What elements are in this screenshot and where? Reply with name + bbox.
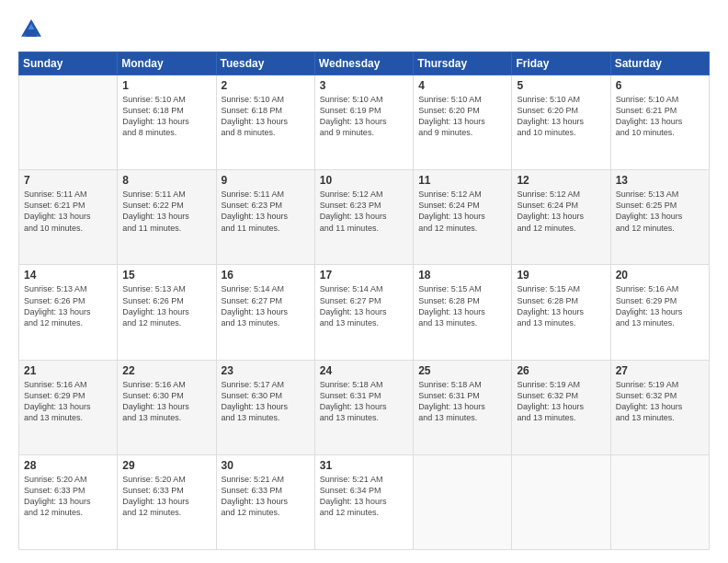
- day-info: Sunrise: 5:13 AM Sunset: 6:26 PM Dayligh…: [24, 283, 112, 328]
- day-info: Sunrise: 5:14 AM Sunset: 6:27 PM Dayligh…: [222, 283, 310, 328]
- day-info: Sunrise: 5:11 AM Sunset: 6:22 PM Dayligh…: [122, 189, 210, 234]
- logo-icon: [18, 17, 44, 42]
- day-info: Sunrise: 5:18 AM Sunset: 6:31 PM Dayligh…: [320, 379, 408, 424]
- day-info: Sunrise: 5:12 AM Sunset: 6:24 PM Dayligh…: [418, 189, 506, 234]
- calendar-cell: 16Sunrise: 5:14 AM Sunset: 6:27 PM Dayli…: [216, 265, 314, 360]
- day-info: Sunrise: 5:16 AM Sunset: 6:30 PM Dayligh…: [122, 379, 210, 424]
- calendar-cell: 2Sunrise: 5:10 AM Sunset: 6:18 PM Daylig…: [216, 75, 314, 170]
- calendar-cell: [414, 454, 512, 549]
- page: SundayMondayTuesdayWednesdayThursdayFrid…: [0, 0, 728, 563]
- calendar-cell: 24Sunrise: 5:18 AM Sunset: 6:31 PM Dayli…: [314, 360, 413, 454]
- calendar-cell: 22Sunrise: 5:16 AM Sunset: 6:30 PM Dayli…: [118, 360, 216, 454]
- day-info: Sunrise: 5:10 AM Sunset: 6:19 PM Dayligh…: [320, 94, 408, 139]
- day-number: 12: [517, 174, 605, 187]
- day-number: 13: [616, 174, 704, 187]
- calendar-week-row: 28Sunrise: 5:20 AM Sunset: 6:33 PM Dayli…: [19, 454, 710, 549]
- calendar-cell: 20Sunrise: 5:16 AM Sunset: 6:29 PM Dayli…: [610, 265, 709, 360]
- day-info: Sunrise: 5:17 AM Sunset: 6:30 PM Dayligh…: [222, 379, 310, 424]
- day-info: Sunrise: 5:21 AM Sunset: 6:34 PM Dayligh…: [320, 474, 408, 519]
- day-info: Sunrise: 5:18 AM Sunset: 6:31 PM Dayligh…: [418, 379, 506, 424]
- calendar-cell: 23Sunrise: 5:17 AM Sunset: 6:30 PM Dayli…: [216, 360, 314, 454]
- day-number: 16: [222, 269, 310, 282]
- day-number: 29: [122, 459, 210, 472]
- day-info: Sunrise: 5:14 AM Sunset: 6:27 PM Dayligh…: [320, 283, 408, 328]
- calendar-cell: [610, 454, 709, 549]
- calendar-cell: 17Sunrise: 5:14 AM Sunset: 6:27 PM Dayli…: [314, 265, 413, 360]
- calendar-cell: 28Sunrise: 5:20 AM Sunset: 6:33 PM Dayli…: [19, 454, 118, 549]
- calendar-cell: 31Sunrise: 5:21 AM Sunset: 6:34 PM Dayli…: [314, 454, 413, 549]
- day-number: 19: [517, 269, 605, 282]
- svg-rect-2: [26, 29, 37, 37]
- weekday-header-sunday: Sunday: [19, 52, 118, 75]
- day-number: 2: [222, 79, 310, 92]
- calendar-cell: 1Sunrise: 5:10 AM Sunset: 6:18 PM Daylig…: [118, 75, 216, 170]
- day-info: Sunrise: 5:19 AM Sunset: 6:32 PM Dayligh…: [517, 379, 605, 424]
- day-number: 21: [24, 364, 112, 377]
- day-number: 8: [122, 174, 210, 187]
- day-number: 3: [320, 79, 408, 92]
- day-number: 31: [320, 459, 408, 472]
- calendar-cell: 4Sunrise: 5:10 AM Sunset: 6:20 PM Daylig…: [414, 75, 512, 170]
- calendar-cell: 11Sunrise: 5:12 AM Sunset: 6:24 PM Dayli…: [414, 170, 512, 265]
- day-number: 18: [418, 269, 506, 282]
- day-info: Sunrise: 5:11 AM Sunset: 6:23 PM Dayligh…: [222, 189, 310, 234]
- weekday-header-friday: Friday: [512, 52, 610, 75]
- calendar-cell: 19Sunrise: 5:15 AM Sunset: 6:28 PM Dayli…: [512, 265, 610, 360]
- calendar-cell: 26Sunrise: 5:19 AM Sunset: 6:32 PM Dayli…: [512, 360, 610, 454]
- calendar-cell: [19, 75, 118, 170]
- calendar-cell: 8Sunrise: 5:11 AM Sunset: 6:22 PM Daylig…: [118, 170, 216, 265]
- day-number: 4: [418, 79, 506, 92]
- day-number: 28: [24, 459, 112, 472]
- calendar-cell: 14Sunrise: 5:13 AM Sunset: 6:26 PM Dayli…: [19, 265, 118, 360]
- calendar-week-row: 21Sunrise: 5:16 AM Sunset: 6:29 PM Dayli…: [19, 360, 710, 454]
- day-number: 7: [24, 174, 112, 187]
- calendar-header: SundayMondayTuesdayWednesdayThursdayFrid…: [19, 52, 710, 75]
- day-number: 20: [616, 269, 704, 282]
- day-info: Sunrise: 5:10 AM Sunset: 6:18 PM Dayligh…: [122, 94, 210, 139]
- calendar-cell: 21Sunrise: 5:16 AM Sunset: 6:29 PM Dayli…: [19, 360, 118, 454]
- day-number: 17: [320, 269, 408, 282]
- day-info: Sunrise: 5:13 AM Sunset: 6:26 PM Dayligh…: [122, 283, 210, 328]
- calendar-body: 1Sunrise: 5:10 AM Sunset: 6:18 PM Daylig…: [19, 75, 710, 550]
- calendar-table: SundayMondayTuesdayWednesdayThursdayFrid…: [18, 52, 710, 550]
- day-number: 1: [122, 79, 210, 92]
- day-number: 27: [616, 364, 704, 377]
- calendar-cell: [512, 454, 610, 549]
- calendar-cell: 29Sunrise: 5:20 AM Sunset: 6:33 PM Dayli…: [118, 454, 216, 549]
- day-info: Sunrise: 5:10 AM Sunset: 6:20 PM Dayligh…: [517, 94, 605, 139]
- day-number: 25: [418, 364, 506, 377]
- day-number: 22: [122, 364, 210, 377]
- day-info: Sunrise: 5:15 AM Sunset: 6:28 PM Dayligh…: [418, 283, 506, 328]
- day-info: Sunrise: 5:16 AM Sunset: 6:29 PM Dayligh…: [24, 379, 112, 424]
- calendar-cell: 15Sunrise: 5:13 AM Sunset: 6:26 PM Dayli…: [118, 265, 216, 360]
- day-info: Sunrise: 5:20 AM Sunset: 6:33 PM Dayligh…: [24, 474, 112, 519]
- calendar-cell: 12Sunrise: 5:12 AM Sunset: 6:24 PM Dayli…: [512, 170, 610, 265]
- day-number: 23: [222, 364, 310, 377]
- weekday-header-tuesday: Tuesday: [216, 52, 314, 75]
- day-number: 6: [616, 79, 704, 92]
- calendar-cell: 13Sunrise: 5:13 AM Sunset: 6:25 PM Dayli…: [610, 170, 709, 265]
- calendar-cell: 6Sunrise: 5:10 AM Sunset: 6:21 PM Daylig…: [610, 75, 709, 170]
- calendar-cell: 5Sunrise: 5:10 AM Sunset: 6:20 PM Daylig…: [512, 75, 610, 170]
- day-number: 15: [122, 269, 210, 282]
- calendar-cell: 7Sunrise: 5:11 AM Sunset: 6:21 PM Daylig…: [19, 170, 118, 265]
- day-info: Sunrise: 5:19 AM Sunset: 6:32 PM Dayligh…: [616, 379, 704, 424]
- weekday-header-thursday: Thursday: [414, 52, 512, 75]
- calendar-cell: 3Sunrise: 5:10 AM Sunset: 6:19 PM Daylig…: [314, 75, 413, 170]
- weekday-header-wednesday: Wednesday: [314, 52, 413, 75]
- weekday-header-saturday: Saturday: [610, 52, 709, 75]
- day-number: 9: [222, 174, 310, 187]
- header: [18, 17, 710, 42]
- day-info: Sunrise: 5:11 AM Sunset: 6:21 PM Dayligh…: [24, 189, 112, 234]
- weekday-header-row: SundayMondayTuesdayWednesdayThursdayFrid…: [19, 52, 710, 75]
- day-number: 5: [517, 79, 605, 92]
- day-number: 30: [222, 459, 310, 472]
- day-info: Sunrise: 5:20 AM Sunset: 6:33 PM Dayligh…: [122, 474, 210, 519]
- calendar-cell: 18Sunrise: 5:15 AM Sunset: 6:28 PM Dayli…: [414, 265, 512, 360]
- calendar-cell: 10Sunrise: 5:12 AM Sunset: 6:23 PM Dayli…: [314, 170, 413, 265]
- calendar-cell: 27Sunrise: 5:19 AM Sunset: 6:32 PM Dayli…: [610, 360, 709, 454]
- day-number: 24: [320, 364, 408, 377]
- day-info: Sunrise: 5:15 AM Sunset: 6:28 PM Dayligh…: [517, 283, 605, 328]
- day-number: 26: [517, 364, 605, 377]
- day-info: Sunrise: 5:10 AM Sunset: 6:20 PM Dayligh…: [418, 94, 506, 139]
